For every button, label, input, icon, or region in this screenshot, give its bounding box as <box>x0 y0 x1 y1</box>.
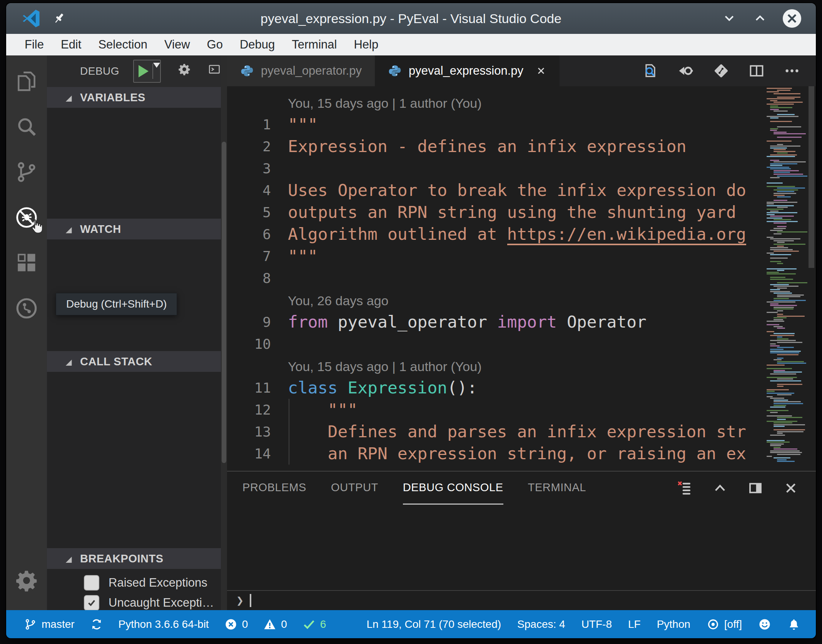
debug-config-dropdown[interactable] <box>153 68 160 75</box>
status-right-3[interactable]: LF <box>628 618 641 631</box>
minimize-button[interactable] <box>721 10 737 27</box>
maximize-panel-icon[interactable] <box>712 480 728 496</box>
line-number[interactable]: 2 <box>227 139 288 154</box>
menu-item-view[interactable]: View <box>156 34 199 55</box>
status-right-2[interactable]: UTF-8 <box>581 618 612 631</box>
debug-console-output[interactable] <box>227 505 816 590</box>
menu-item-selection[interactable]: Selection <box>90 34 156 55</box>
section-header-watch[interactable]: WATCH <box>47 219 221 239</box>
panel-tab-terminal[interactable]: TERMINAL <box>528 472 586 505</box>
line-number[interactable]: 13 <box>227 424 288 440</box>
line-number[interactable]: 4 <box>227 182 288 198</box>
status-right-6[interactable] <box>758 618 771 631</box>
menu-item-debug[interactable]: Debug <box>231 34 283 55</box>
scrollbar-handle[interactable] <box>809 86 814 268</box>
debug-console-input[interactable]: ❯ <box>227 590 816 610</box>
line-number[interactable]: 9 <box>227 314 288 330</box>
sync-icon <box>90 618 103 631</box>
activity-source-control[interactable] <box>6 149 47 195</box>
open-preview-icon[interactable] <box>642 62 659 79</box>
code-editor[interactable]: You, 15 days ago | 1 author (You)1"""2Ex… <box>227 86 816 471</box>
activity-settings[interactable] <box>6 558 47 603</box>
breakpoint-item-1[interactable]: Uncaught Excepti… <box>47 593 221 610</box>
status-right-4[interactable]: Python <box>657 618 690 631</box>
status-label: 0 <box>242 618 248 631</box>
line-number[interactable]: 1 <box>227 117 288 132</box>
close-icon[interactable] <box>783 480 799 496</box>
call-stack-body[interactable] <box>47 372 221 548</box>
close-window-button[interactable] <box>783 9 801 28</box>
minimap-line <box>774 251 799 252</box>
status-right-5[interactable]: [off] <box>707 618 742 631</box>
status-right-7[interactable] <box>787 618 800 631</box>
menu-item-terminal[interactable]: Terminal <box>283 34 345 55</box>
breakpoint-item-0[interactable]: Raised Exceptions <box>47 573 221 593</box>
configure-debug-button[interactable] <box>178 63 191 80</box>
python-icon <box>240 64 254 78</box>
start-debug-button[interactable] <box>133 60 161 83</box>
sidebar-scrollbar[interactable] <box>222 142 226 463</box>
status-left-1[interactable] <box>90 618 103 631</box>
minimap-line <box>777 288 787 289</box>
git-blame-annotation[interactable]: You, 15 days ago | 1 author (You) <box>288 359 481 374</box>
editor-scrollbar[interactable] <box>807 86 816 471</box>
section-header-variables[interactable]: VARIABLES <box>47 87 221 108</box>
code-link[interactable]: https://en.wikipedia.org <box>507 224 746 245</box>
split-editor-icon[interactable] <box>748 62 765 79</box>
section-header-breakpoints[interactable]: BREAKPOINTS <box>47 548 221 569</box>
panel-tab-output[interactable]: OUTPUT <box>331 472 378 505</box>
minimap-line <box>767 221 798 222</box>
sidebar-resize-sash[interactable] <box>221 55 227 610</box>
panel-tab-problems[interactable]: PROBLEMS <box>242 472 306 505</box>
maximize-button[interactable] <box>752 10 768 27</box>
gitlens-compare-icon[interactable] <box>677 62 694 79</box>
git-diamond-icon[interactable] <box>713 62 730 79</box>
panel-tab-debug-console[interactable]: DEBUG CONSOLE <box>403 472 503 505</box>
status-label: Python <box>657 618 690 631</box>
line-number[interactable]: 11 <box>227 380 288 396</box>
git-blame-annotation[interactable]: You, 15 days ago | 1 author (You) <box>288 96 481 110</box>
minimap-line <box>770 109 779 110</box>
line-number[interactable]: 14 <box>227 446 288 462</box>
minimap-line <box>767 393 794 394</box>
line-number[interactable]: 3 <box>227 161 288 176</box>
activity-search[interactable] <box>6 104 47 149</box>
checkbox-unchecked[interactable] <box>84 575 99 590</box>
menu-item-go[interactable]: Go <box>199 34 231 55</box>
open-panel-icon[interactable] <box>747 480 764 496</box>
tab-pyeval_operator-py[interactable]: pyeval_operator.py <box>227 55 375 86</box>
line-number[interactable]: 7 <box>227 248 288 264</box>
checkbox-checked[interactable] <box>84 595 99 610</box>
line-number[interactable]: 6 <box>227 226 288 242</box>
line-number[interactable]: 10 <box>227 336 288 352</box>
line-number[interactable]: 8 <box>227 270 288 286</box>
activity-explorer[interactable] <box>6 59 47 104</box>
code-area[interactable]: You, 15 days ago | 1 author (You)1"""2Ex… <box>227 86 764 471</box>
debug-console-toggle-button[interactable] <box>208 63 221 80</box>
git-blame-annotation[interactable]: You, 26 days ago <box>288 293 389 308</box>
line-number[interactable]: 12 <box>227 402 288 418</box>
close-icon[interactable] <box>536 65 546 76</box>
activity-gitlens[interactable] <box>6 286 47 331</box>
activity-debug[interactable] <box>6 195 47 240</box>
status-right-1[interactable]: Spaces: 4 <box>517 618 565 631</box>
status-left-2[interactable]: Python 3.6.6 64-bit <box>119 618 209 631</box>
minimap[interactable] <box>764 86 807 471</box>
status-left-4[interactable]: 0 <box>263 618 287 631</box>
more-actions-icon[interactable] <box>784 62 800 79</box>
tab-pyeval_expression-py[interactable]: pyeval_expression.py <box>375 55 560 86</box>
variables-body[interactable] <box>47 108 221 219</box>
menu-item-file[interactable]: File <box>16 34 52 55</box>
line-number[interactable]: 5 <box>227 204 288 220</box>
status-left-3[interactable]: 0 <box>224 618 248 631</box>
line-content: outputs an RPN string using the shunting… <box>288 201 764 223</box>
status-left-5[interactable]: 6 <box>302 618 326 631</box>
activity-extensions[interactable] <box>6 240 47 286</box>
status-left-0[interactable]: master <box>24 618 75 631</box>
pin-icon[interactable] <box>52 11 66 26</box>
status-right-0[interactable]: Ln 119, Col 71 (70 selected) <box>366 618 501 631</box>
clear-console-icon[interactable] <box>677 480 693 496</box>
menu-item-help[interactable]: Help <box>345 34 387 55</box>
menu-item-edit[interactable]: Edit <box>52 34 90 55</box>
section-header-call-stack[interactable]: CALL STACK <box>47 351 221 372</box>
